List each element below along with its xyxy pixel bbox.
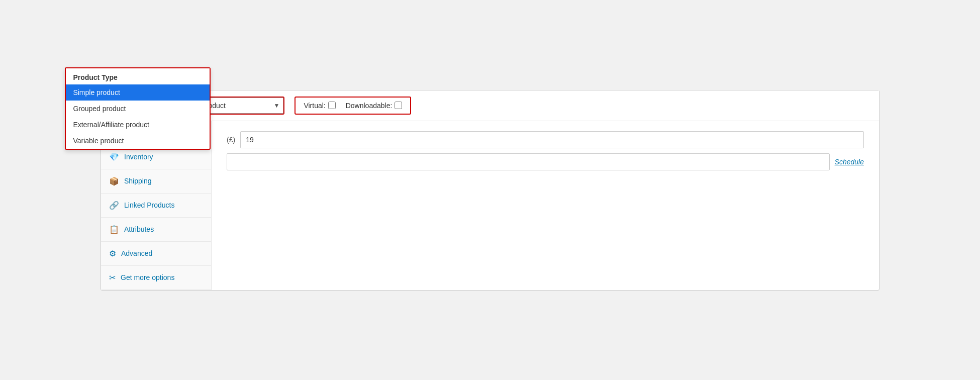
- diamond-icon: 💎: [109, 152, 119, 162]
- scissors-icon: ✂: [109, 273, 116, 282]
- regular-price-input[interactable]: [240, 131, 864, 148]
- sidebar-label-inventory: Inventory: [124, 153, 153, 161]
- link-icon: 🔗: [109, 201, 119, 210]
- sidebar-item-get-more-options[interactable]: ✂ Get more options: [101, 266, 211, 290]
- sidebar-item-shipping[interactable]: 📦 Shipping: [101, 169, 211, 194]
- gear-icon: ⚙: [109, 249, 116, 258]
- regular-price-row: (£): [227, 131, 864, 148]
- dropdown-title: Product Type: [66, 68, 210, 84]
- content-area: (£) Schedule: [212, 121, 879, 290]
- schedule-link[interactable]: Schedule: [835, 158, 864, 166]
- sidebar-label-advanced: Advanced: [121, 249, 152, 257]
- dropdown-option-variable[interactable]: Variable product: [66, 133, 210, 149]
- sidebar-item-attributes[interactable]: 📋 Attributes: [101, 218, 211, 242]
- sidebar-label-shipping: Shipping: [124, 177, 152, 185]
- shipping-icon: 📦: [109, 176, 119, 186]
- product-type-dropdown: Product Type Simple product Grouped prod…: [65, 67, 211, 150]
- sale-price-row: Schedule: [227, 153, 864, 170]
- downloadable-label[interactable]: Downloadable:: [346, 102, 403, 110]
- virtual-label[interactable]: Virtual:: [304, 102, 335, 110]
- downloadable-text: Downloadable:: [346, 102, 393, 110]
- sidebar-label-linked-products: Linked Products: [124, 201, 174, 209]
- downloadable-checkbox[interactable]: [395, 102, 402, 109]
- virtual-downloadable-box: Virtual: Downloadable:: [295, 97, 411, 115]
- product-type-select-wrapper[interactable]: Simple product Grouped product External/…: [172, 97, 284, 115]
- dropdown-option-grouped[interactable]: Grouped product: [66, 101, 210, 117]
- list-icon: 📋: [109, 225, 119, 234]
- sidebar-label-attributes: Attributes: [124, 225, 154, 233]
- sidebar-label-get-more-options: Get more options: [121, 273, 174, 281]
- dropdown-option-external[interactable]: External/Affiliate product: [66, 117, 210, 133]
- sidebar-item-linked-products[interactable]: 🔗 Linked Products: [101, 194, 211, 218]
- product-data-header: Product data Simple product Grouped prod…: [101, 90, 879, 121]
- virtual-text: Virtual:: [304, 102, 325, 110]
- dropdown-option-simple[interactable]: Simple product: [66, 84, 210, 101]
- sidebar-item-advanced[interactable]: ⚙ Advanced: [101, 242, 211, 266]
- virtual-checkbox[interactable]: [328, 102, 336, 109]
- price-currency-symbol: (£): [227, 136, 235, 144]
- main-content: 🔧 General 💎 Inventory 📦 Shipping 🔗 Linke…: [101, 121, 879, 290]
- product-data-panel: Product data Simple product Grouped prod…: [101, 90, 879, 291]
- sale-price-input[interactable]: [227, 153, 830, 170]
